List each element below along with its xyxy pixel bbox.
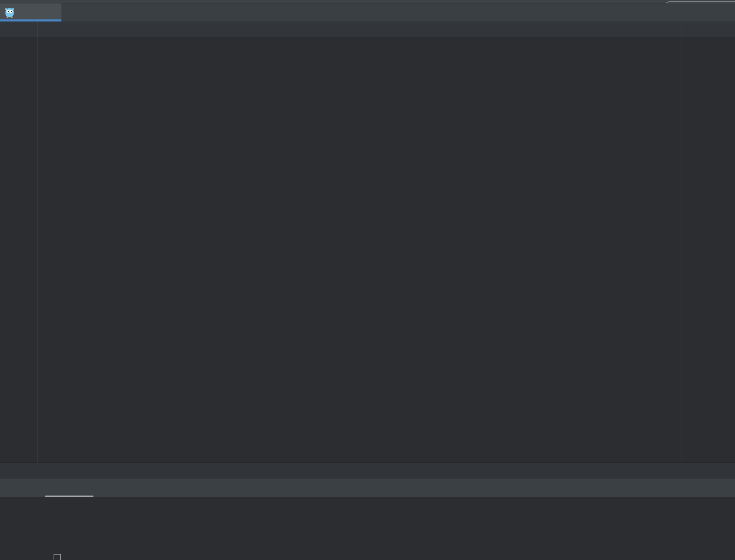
- go-gopher-icon: [4, 7, 15, 18]
- window-top-strip: [0, 0, 735, 3]
- terminal-tab-local[interactable]: [45, 478, 93, 498]
- terminal-output-surface[interactable]: [0, 497, 735, 560]
- terminal-header: [0, 478, 735, 498]
- terminal-tab-underline: [45, 496, 93, 497]
- editor-tab-bar: [0, 3, 735, 21]
- code-editor-surface[interactable]: [0, 21, 735, 462]
- hard-wrap-guide: [681, 21, 681, 462]
- current-line-highlight: [0, 21, 735, 37]
- panel-divider-strip: [0, 462, 735, 478]
- gutter-separator: [38, 21, 38, 462]
- tab-main-go[interactable]: [0, 3, 61, 21]
- terminal-cursor: [54, 554, 61, 560]
